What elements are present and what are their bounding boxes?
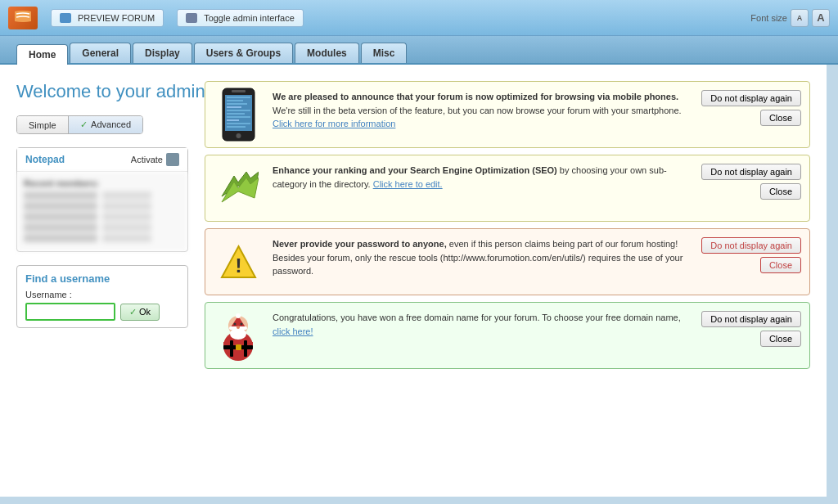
warning-svg: !: [220, 244, 257, 281]
seo-notification-actions: Do not display again Close: [701, 164, 801, 200]
tab-bar: Home General Display Users & Groups Modu…: [0, 36, 838, 65]
password-no-display-button[interactable]: Do not display again: [701, 237, 801, 254]
domain-notification-link[interactable]: click here!: [273, 326, 313, 336]
password-notification-actions: Do not display again Close: [701, 237, 801, 273]
svg-text:!: !: [235, 254, 241, 277]
mobile-close-button[interactable]: Close: [760, 110, 801, 126]
username-input[interactable]: [25, 303, 115, 321]
notepad-title: Notepad: [25, 154, 65, 165]
svg-rect-10: [227, 116, 250, 118]
svg-rect-7: [227, 106, 241, 108]
svg-rect-13: [227, 126, 246, 128]
mobile-icon: [214, 90, 263, 139]
simple-view-button[interactable]: Simple: [17, 116, 69, 133]
svg-rect-5: [227, 100, 243, 101]
domain-notification-content: Congratulations, you have won a free dom…: [273, 311, 692, 338]
mobile-notification-bold: We are pleased to announce that your for…: [273, 92, 678, 101]
tab-modules[interactable]: Modules: [295, 43, 359, 63]
svg-rect-4: [227, 97, 250, 98]
svg-rect-11: [227, 119, 239, 121]
recent-member-row: [24, 191, 181, 200]
domain-notification-card: Congratulations, you have won a free dom…: [205, 302, 810, 369]
calendar-icon[interactable]: [166, 153, 179, 166]
svg-rect-6: [227, 103, 247, 105]
notifications-area: We are pleased to announce that your for…: [205, 81, 810, 480]
seo-icon: [214, 164, 263, 213]
advanced-view-label: Advanced: [91, 119, 131, 129]
santa-icon: [214, 311, 263, 360]
recent-member-row: [24, 234, 181, 242]
activate-label: Activate: [131, 155, 163, 164]
font-size-label: Font size: [750, 13, 787, 23]
svg-rect-8: [227, 110, 250, 111]
password-notification-card: ! Never provide your password to anyone,…: [205, 228, 810, 295]
recent-member-row: [24, 223, 181, 232]
top-bar: PREVIEW FORUM Toggle admin interface Fon…: [0, 0, 838, 36]
tab-display[interactable]: Display: [133, 43, 192, 63]
seo-notification-link[interactable]: Click here to edit.: [373, 179, 443, 189]
preview-forum-button[interactable]: PREVIEW FORUM: [51, 9, 164, 27]
password-notification-bold: Never provide your password to anyone,: [273, 239, 447, 249]
advanced-view-button[interactable]: ✓ Advanced: [69, 116, 142, 133]
font-size-area: Font size A A: [750, 9, 830, 27]
mobile-notification-text: We're still in the beta version of the f…: [273, 106, 682, 115]
seo-svg: [218, 168, 259, 209]
seo-no-display-button[interactable]: Do not display again: [701, 164, 801, 180]
seo-notification-card: Enhance your ranking and your Search Eng…: [205, 155, 810, 222]
santa-svg: [216, 309, 261, 362]
page-title: Welcome to your administration panel: [16, 81, 188, 102]
domain-notification-text: Congratulations, you have won a free dom…: [273, 313, 681, 322]
mobile-notification-link[interactable]: Click here for more information: [273, 119, 395, 128]
recent-member-row: [24, 213, 181, 221]
svg-point-28: [230, 328, 246, 340]
tab-users-groups[interactable]: Users & Groups: [194, 43, 293, 63]
password-notification-content: Never provide your password to anyone, e…: [273, 237, 692, 278]
svg-point-21: [236, 313, 241, 318]
check-icon: ✓: [80, 119, 88, 129]
find-username-row: ✓ Ok: [25, 303, 179, 321]
recent-members-section: Recent members:: [17, 172, 187, 251]
font-decrease-button[interactable]: A: [791, 9, 809, 27]
tab-misc[interactable]: Misc: [361, 43, 408, 63]
mobile-notification-actions: Do not display again Close: [701, 90, 801, 126]
warning-icon: !: [214, 237, 263, 286]
tab-general[interactable]: General: [70, 43, 131, 63]
ok-label: Ok: [139, 307, 151, 317]
svg-point-3: [236, 133, 241, 138]
svg-point-30: [240, 322, 242, 325]
mobile-no-display-button[interactable]: Do not display again: [701, 90, 801, 106]
svg-rect-12: [227, 123, 250, 124]
svg-rect-2: [232, 90, 246, 92]
phone-svg: [216, 87, 261, 142]
toggle-admin-button[interactable]: Toggle admin interface: [177, 9, 304, 27]
svg-point-29: [233, 322, 236, 325]
seo-close-button[interactable]: Close: [760, 183, 801, 200]
mobile-notification-card: We are pleased to announce that your for…: [205, 81, 810, 148]
domain-close-button[interactable]: Close: [760, 331, 801, 347]
seo-notification-bold: Enhance your ranking and your Search Eng…: [273, 165, 557, 175]
password-close-button[interactable]: Close: [760, 257, 801, 273]
domain-notification-actions: Do not display again Close: [701, 311, 801, 347]
font-increase-button[interactable]: A: [812, 9, 830, 27]
notepad-header: Notepad Activate: [17, 148, 187, 172]
find-username-section: Find a username Username : ✓ Ok: [16, 265, 188, 328]
main-content: Welcome to your administration panel Sim…: [0, 65, 827, 497]
toggle-admin-label: Toggle admin interface: [204, 13, 295, 23]
ok-icon: ✓: [129, 307, 137, 317]
simple-view-label: Simple: [29, 120, 56, 130]
view-toggle: Simple ✓ Advanced: [16, 115, 143, 134]
tab-home[interactable]: Home: [16, 44, 68, 65]
recent-member-row: [24, 202, 181, 210]
activate-area: Activate: [131, 153, 179, 166]
username-label: Username :: [25, 290, 179, 299]
recent-members-title: Recent members:: [24, 178, 181, 188]
svg-rect-9: [227, 113, 245, 115]
ok-button[interactable]: ✓ Ok: [120, 304, 160, 321]
seo-notification-content: Enhance your ranking and your Search Eng…: [273, 164, 692, 191]
svg-point-31: [237, 326, 240, 329]
mobile-notification-content: We are pleased to announce that your for…: [273, 90, 692, 131]
svg-rect-27: [236, 344, 241, 350]
domain-no-display-button[interactable]: Do not display again: [701, 311, 801, 327]
top-bar-left: PREVIEW FORUM Toggle admin interface: [8, 7, 304, 29]
find-username-title: Find a username: [25, 272, 179, 285]
